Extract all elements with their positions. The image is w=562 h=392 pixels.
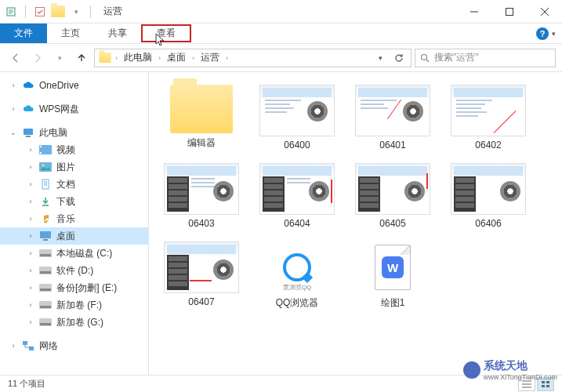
maximize-button[interactable]: [491, 0, 527, 24]
sidebar-item-downloads[interactable]: ›下载: [0, 193, 148, 210]
sidebar-item-documents[interactable]: ›文档: [0, 176, 148, 193]
separator: [25, 5, 26, 18]
navigation-pane[interactable]: › OneDrive › WPS网盘 ⌄ 此电脑 ›视频 ›图片 ›文档 ›下载…: [0, 72, 149, 375]
desktop-icon: [39, 230, 52, 242]
sidebar-item-pictures[interactable]: ›图片: [0, 158, 148, 176]
list-item[interactable]: 编辑器: [155, 82, 248, 154]
sidebar-label: 软件 (D:): [56, 264, 93, 278]
item-label: 06401: [379, 140, 405, 151]
sidebar-label: 下载: [56, 195, 75, 209]
sidebar-label: OneDrive: [39, 80, 79, 91]
back-button[interactable]: [6, 49, 25, 67]
svg-rect-29: [546, 385, 549, 387]
sidebar-item-drive-e[interactable]: ›备份[勿删] (E:): [0, 279, 148, 296]
item-label: QQ浏览器: [276, 296, 319, 310]
minimize-button[interactable]: [456, 0, 491, 24]
tab-file[interactable]: 文件: [0, 24, 47, 43]
svg-point-10: [42, 165, 45, 167]
svg-rect-19: [40, 289, 51, 291]
list-item[interactable]: 06406: [442, 160, 535, 232]
properties-icon[interactable]: [5, 5, 17, 18]
item-count: 11 个项目: [8, 378, 45, 390]
sidebar-item-thispc[interactable]: ⌄ 此电脑: [0, 124, 148, 141]
sidebar-label: 新加卷 (F:): [56, 299, 102, 312]
sidebar-item-network[interactable]: ›网络: [0, 337, 148, 354]
quick-access-toolbar: ▾ 运营: [0, 5, 122, 18]
sidebar-item-drive-g[interactable]: ›新加卷 (G:): [0, 314, 148, 331]
tab-view[interactable]: 查看: [141, 24, 191, 42]
sidebar-label: WPS网盘: [39, 103, 79, 116]
breadcrumb-seg2[interactable]: 运营: [198, 51, 223, 64]
tab-home[interactable]: 主页: [47, 24, 94, 43]
sidebar-item-drive-f[interactable]: ›新加卷 (F:): [0, 296, 148, 314]
item-label: 绘图1: [381, 296, 405, 310]
list-item[interactable]: 06405: [346, 160, 439, 232]
sidebar-item-desktop[interactable]: ›桌面: [0, 227, 148, 245]
sidebar-item-videos[interactable]: ›视频: [0, 141, 148, 158]
thumbnail: [164, 241, 239, 293]
cloud-icon: [22, 103, 34, 115]
file-view[interactable]: 编辑器 06400 06401: [149, 72, 562, 375]
item-label: 06402: [475, 140, 501, 151]
list-item[interactable]: 06400: [251, 82, 343, 154]
thumbnail: [355, 85, 430, 136]
svg-rect-17: [40, 271, 51, 274]
chevron-right-icon[interactable]: ›: [115, 54, 118, 62]
help-button[interactable]: ? ▾: [530, 24, 562, 43]
chevron-right-icon[interactable]: ›: [192, 54, 194, 62]
checkbox-icon[interactable]: [34, 5, 46, 18]
close-button[interactable]: [527, 0, 562, 24]
list-item[interactable]: 意浏览QQ QQ浏览器: [251, 238, 343, 313]
thumbnail: [451, 85, 526, 136]
drive-icon: [39, 281, 52, 294]
sidebar-item-wps[interactable]: › WPS网盘: [0, 100, 148, 118]
sidebar-label: 新加卷 (G:): [56, 316, 103, 329]
item-label: 06407: [188, 296, 214, 307]
sidebar-item-drive-c[interactable]: ›本地磁盘 (C:): [0, 245, 148, 262]
sidebar-item-music[interactable]: ›音乐: [0, 210, 148, 227]
search-icon: [420, 53, 430, 63]
search-input[interactable]: 搜索"运营": [415, 49, 556, 67]
svg-rect-23: [40, 323, 51, 325]
forward-button[interactable]: [28, 49, 47, 67]
separator: [90, 5, 91, 18]
list-item[interactable]: 06404: [251, 160, 343, 232]
sidebar-label: 此电脑: [39, 126, 67, 140]
music-icon: [39, 212, 52, 225]
breadcrumb-root[interactable]: 此电脑: [121, 51, 155, 64]
address-bar[interactable]: › 此电脑 › 桌面 › 运营 › ▾: [94, 49, 412, 67]
qat-dropdown-icon[interactable]: ▾: [70, 5, 82, 18]
picture-icon: [39, 161, 52, 173]
collapse-icon[interactable]: ⌄: [9, 129, 17, 136]
list-item[interactable]: 06402: [442, 82, 535, 154]
svg-rect-28: [542, 385, 545, 387]
expand-icon[interactable]: ›: [9, 82, 17, 89]
tab-share[interactable]: 共享: [94, 24, 141, 43]
breadcrumb-seg1[interactable]: 桌面: [164, 51, 189, 64]
folder-icon: [170, 85, 233, 133]
list-item[interactable]: 06403: [155, 160, 248, 232]
drive-icon: [39, 316, 52, 328]
up-button[interactable]: [72, 49, 91, 67]
recent-dropdown[interactable]: ▾: [50, 49, 69, 67]
chevron-right-icon[interactable]: ›: [158, 54, 161, 62]
thumbnail: [355, 163, 430, 215]
drive-icon: [39, 247, 52, 260]
list-item[interactable]: 06401: [346, 82, 439, 154]
svg-rect-7: [40, 146, 42, 147]
sidebar-label: 音乐: [56, 212, 75, 226]
item-grid: 编辑器 06400 06401: [155, 82, 556, 313]
sidebar-item-drive-d[interactable]: ›软件 (D:): [0, 262, 148, 279]
expand-icon[interactable]: ›: [9, 105, 17, 113]
address-dropdown[interactable]: ▾: [372, 49, 389, 67]
ribbon-tabs: 文件 主页 共享 查看 ? ▾: [0, 24, 562, 44]
chevron-right-icon[interactable]: ›: [226, 54, 228, 62]
item-label: 06404: [284, 218, 310, 229]
refresh-button[interactable]: [390, 49, 408, 67]
folder-icon[interactable]: [51, 5, 65, 17]
list-item[interactable]: W 绘图1: [346, 238, 439, 313]
sidebar-item-onedrive[interactable]: › OneDrive: [0, 77, 148, 94]
sidebar-label: 文档: [56, 178, 75, 191]
help-icon: ?: [536, 27, 549, 40]
list-item[interactable]: 06407: [155, 238, 248, 313]
